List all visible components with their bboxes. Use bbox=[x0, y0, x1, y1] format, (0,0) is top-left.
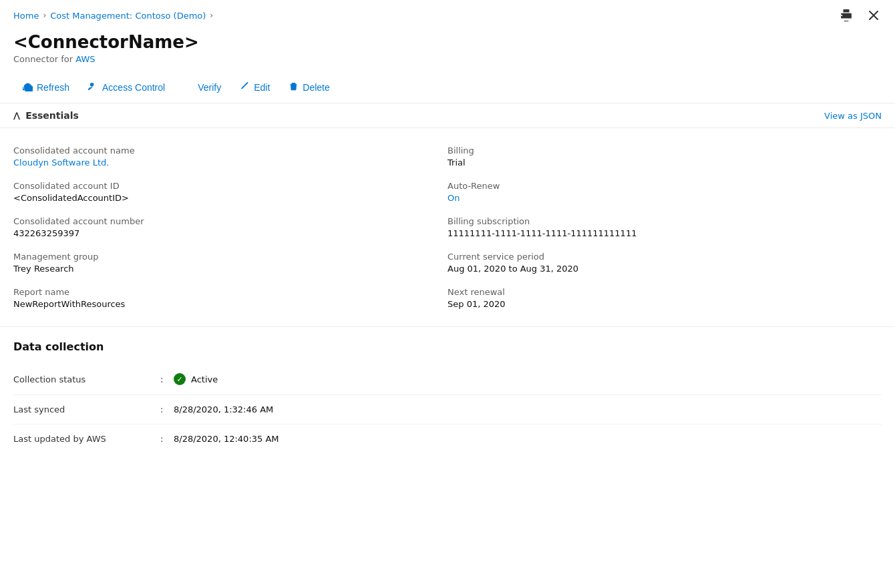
field-value-consolidated-account-name[interactable]: Cloudyn Software Ltd. bbox=[13, 158, 434, 168]
field-consolidated-account-number: Consolidated account number 432263259397 bbox=[13, 210, 448, 245]
access-control-button[interactable]: Access Control bbox=[79, 77, 174, 97]
print-button[interactable] bbox=[838, 7, 855, 24]
access-control-label: Access Control bbox=[102, 82, 165, 93]
field-label-next-renewal: Next renewal bbox=[448, 287, 868, 297]
field-label-current-service-period: Current service period bbox=[448, 252, 868, 262]
value-last-updated: 8/28/2020, 12:40:35 AM bbox=[174, 434, 279, 444]
field-consolidated-account-id: Consolidated account ID <ConsolidatedAcc… bbox=[13, 174, 448, 210]
essentials-section: ⋀ Essentials View as JSON Consolidated a… bbox=[0, 103, 895, 327]
field-auto-renew: Auto-Renew On bbox=[448, 174, 882, 210]
data-row-collection-status: Collection status : ✓ Active bbox=[13, 364, 882, 395]
delete-icon bbox=[289, 81, 299, 93]
data-collection-section: Data collection Collection status : ✓ Ac… bbox=[0, 327, 895, 467]
page-title: <ConnectorName> bbox=[13, 32, 882, 53]
toolbar: Refresh Access Control Verify Edit Delet… bbox=[0, 72, 895, 103]
access-control-icon bbox=[88, 81, 98, 93]
verify-icon bbox=[184, 81, 194, 93]
refresh-label: Refresh bbox=[37, 82, 69, 93]
field-report-name: Report name NewReportWithResources bbox=[13, 280, 448, 316]
field-label-consolidated-account-id: Consolidated account ID bbox=[13, 181, 434, 191]
label-last-updated: Last updated by AWS bbox=[13, 434, 160, 444]
data-row-last-synced: Last synced : 8/28/2020, 1:32:46 AM bbox=[13, 395, 882, 424]
colon-last-synced: : bbox=[160, 404, 174, 414]
colon-collection-status: : bbox=[160, 374, 174, 384]
delete-label: Delete bbox=[303, 82, 329, 93]
breadcrumb-chevron-2: › bbox=[210, 11, 213, 20]
close-button[interactable] bbox=[866, 7, 882, 23]
breadcrumb: Home › Cost Management: Contoso (Demo) › bbox=[13, 11, 213, 21]
breadcrumb-home[interactable]: Home bbox=[13, 11, 39, 21]
aws-link[interactable]: AWS bbox=[75, 54, 95, 64]
refresh-icon bbox=[23, 81, 33, 93]
field-value-management-group: Trey Research bbox=[13, 264, 434, 274]
value-last-synced: 8/28/2020, 1:32:46 AM bbox=[174, 404, 273, 414]
essentials-header: ⋀ Essentials View as JSON bbox=[0, 103, 895, 128]
field-value-billing: Trial bbox=[448, 158, 868, 168]
field-label-report-name: Report name bbox=[13, 287, 434, 297]
field-label-management-group: Management group bbox=[13, 252, 434, 262]
top-icons bbox=[838, 7, 882, 24]
subtitle-text: Connector for bbox=[13, 54, 75, 64]
field-value-consolidated-account-id: <ConsolidatedAccountID> bbox=[13, 193, 434, 203]
top-bar: Home › Cost Management: Contoso (Demo) › bbox=[0, 0, 895, 27]
field-consolidated-account-name: Consolidated account name Cloudyn Softwa… bbox=[13, 139, 448, 174]
essentials-title: ⋀ Essentials bbox=[13, 110, 79, 121]
field-next-renewal: Next renewal Sep 01, 2020 bbox=[448, 280, 882, 316]
essentials-left: Consolidated account name Cloudyn Softwa… bbox=[13, 139, 448, 316]
field-label-auto-renew: Auto-Renew bbox=[448, 181, 868, 191]
field-value-auto-renew[interactable]: On bbox=[448, 193, 868, 203]
edit-button[interactable]: Edit bbox=[230, 77, 279, 97]
label-last-synced: Last synced bbox=[13, 404, 160, 414]
data-collection-heading: Data collection bbox=[13, 340, 882, 353]
field-management-group: Management group Trey Research bbox=[13, 245, 448, 280]
field-label-billing: Billing bbox=[448, 145, 868, 156]
page-header: <ConnectorName> Connector for AWS bbox=[0, 27, 895, 72]
field-value-report-name: NewReportWithResources bbox=[13, 299, 434, 309]
essentials-heading: Essentials bbox=[25, 110, 79, 121]
view-json-link[interactable]: View as JSON bbox=[824, 111, 882, 121]
data-row-last-updated: Last updated by AWS : 8/28/2020, 12:40:3… bbox=[13, 424, 882, 453]
field-billing-subscription: Billing subscription 11111111-1111-1111-… bbox=[448, 210, 882, 245]
verify-button[interactable]: Verify bbox=[174, 77, 230, 97]
edit-label: Edit bbox=[254, 82, 270, 93]
essentials-right: Billing Trial Auto-Renew On Billing subs… bbox=[448, 139, 882, 316]
breadcrumb-chevron-1: › bbox=[43, 11, 46, 20]
field-label-consolidated-account-number: Consolidated account number bbox=[13, 216, 434, 226]
colon-last-updated: : bbox=[160, 434, 174, 444]
svg-point-0 bbox=[90, 83, 94, 87]
field-value-next-renewal: Sep 01, 2020 bbox=[448, 299, 868, 309]
breadcrumb-parent[interactable]: Cost Management: Contoso (Demo) bbox=[50, 11, 206, 21]
page-subtitle: Connector for AWS bbox=[13, 54, 882, 64]
field-label-consolidated-account-name: Consolidated account name bbox=[13, 145, 434, 156]
field-label-billing-subscription: Billing subscription bbox=[448, 216, 868, 226]
delete-button[interactable]: Delete bbox=[279, 77, 339, 97]
field-billing: Billing Trial bbox=[448, 139, 882, 174]
collection-status-text: Active bbox=[191, 374, 218, 384]
essentials-grid: Consolidated account name Cloudyn Softwa… bbox=[0, 128, 895, 326]
collapse-icon[interactable]: ⋀ bbox=[13, 111, 20, 120]
verify-label: Verify bbox=[198, 82, 221, 93]
edit-icon bbox=[240, 81, 250, 93]
field-value-consolidated-account-number: 432263259397 bbox=[13, 228, 434, 238]
field-value-current-service-period: Aug 01, 2020 to Aug 31, 2020 bbox=[448, 264, 868, 274]
label-collection-status: Collection status bbox=[13, 374, 160, 384]
field-current-service-period: Current service period Aug 01, 2020 to A… bbox=[448, 245, 882, 280]
active-status-icon: ✓ bbox=[174, 373, 186, 385]
value-collection-status: ✓ Active bbox=[174, 373, 218, 385]
field-value-billing-subscription: 11111111-1111-1111-1111-111111111111 bbox=[448, 228, 868, 238]
refresh-button[interactable]: Refresh bbox=[13, 77, 79, 97]
